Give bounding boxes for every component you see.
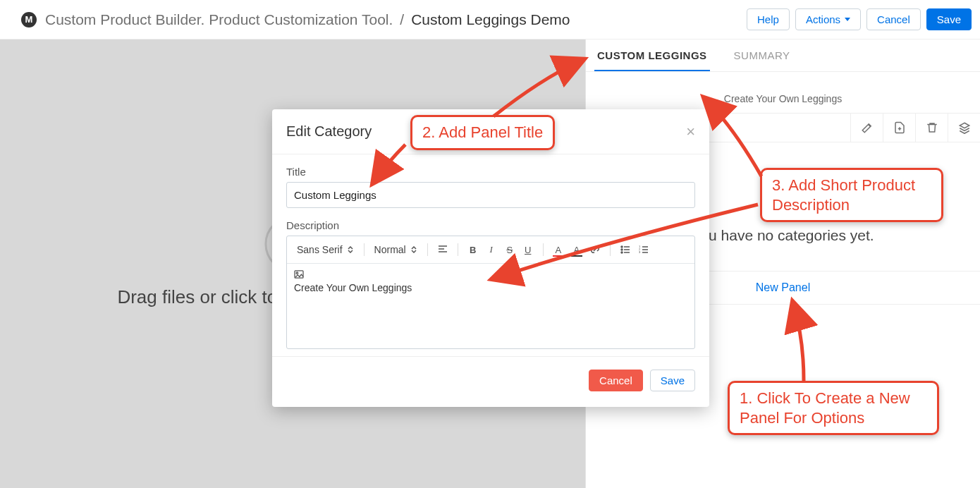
- svg-point-7: [296, 272, 298, 274]
- annotation-step3: 3. Add Short Product Description: [760, 168, 943, 222]
- svg-text:3: 3: [639, 250, 641, 254]
- modal-cancel-button[interactable]: Cancel: [589, 370, 643, 391]
- svg-point-0: [621, 246, 623, 248]
- title-input[interactable]: [286, 182, 695, 208]
- tab-summary[interactable]: SUMMARY: [731, 49, 793, 71]
- edit-category-modal: Edit Category × Title Description Sans S…: [272, 109, 709, 407]
- app-name[interactable]: Custom Product Builder. Product Customiz…: [45, 11, 393, 28]
- title-label: Title: [286, 166, 695, 178]
- bullet-list-icon[interactable]: [618, 242, 633, 257]
- category-subheading: Create Your Own Leggings: [586, 72, 980, 113]
- underline-icon[interactable]: U: [520, 242, 536, 257]
- add-file-icon[interactable]: [883, 114, 915, 142]
- ordered-list-icon[interactable]: 123: [636, 242, 651, 257]
- italic-icon[interactable]: I: [484, 242, 499, 257]
- rte-toolbar: Sans Serif Normal B I S U A: [287, 236, 694, 264]
- description-label: Description: [286, 219, 695, 231]
- cancel-button[interactable]: Cancel: [866, 8, 921, 30]
- chevron-down-icon: [845, 18, 850, 21]
- tab-custom-leggings[interactable]: CUSTOM LEGGINGS: [594, 49, 710, 71]
- svg-point-2: [621, 252, 623, 253]
- edit-icon[interactable]: [850, 114, 883, 142]
- modal-title: Edit Category: [286, 123, 372, 140]
- highlight-color-icon[interactable]: A: [569, 242, 584, 257]
- svg-point-1: [621, 249, 623, 250]
- help-button[interactable]: Help: [747, 8, 790, 30]
- save-button[interactable]: Save: [926, 8, 972, 30]
- image-icon[interactable]: [294, 269, 687, 281]
- breadcrumb-separator: /: [400, 11, 404, 28]
- sort-icon: [410, 246, 417, 253]
- trash-icon[interactable]: [915, 114, 948, 142]
- rte-text: Create Your Own Leggings: [294, 282, 687, 293]
- annotation-step1: 1. Click To Create a New Panel For Optio…: [728, 381, 939, 435]
- rte-size-select[interactable]: Normal: [372, 243, 420, 257]
- topbar-actions: Help Actions Cancel Save: [747, 8, 972, 30]
- breadcrumb: M Custom Product Builder. Product Custom…: [21, 11, 570, 28]
- layers-icon[interactable]: [948, 114, 980, 142]
- annotation-step2: 2. Add Panel Title: [410, 115, 555, 150]
- link-icon[interactable]: [587, 242, 603, 257]
- strikethrough-icon[interactable]: S: [502, 242, 517, 257]
- rte-font-select[interactable]: Sans Serif: [294, 243, 357, 257]
- actions-button[interactable]: Actions: [795, 8, 861, 30]
- topbar: M Custom Product Builder. Product Custom…: [0, 0, 980, 39]
- close-icon[interactable]: ×: [686, 124, 695, 140]
- description-editor: Sans Serif Normal B I S U A: [286, 236, 695, 349]
- rte-content[interactable]: Create Your Own Leggings: [287, 264, 694, 348]
- breadcrumb-current: Custom Leggings Demo: [411, 11, 570, 28]
- app-logo-icon: M: [21, 12, 37, 28]
- bold-icon[interactable]: B: [465, 242, 481, 257]
- side-tabs: CUSTOM LEGGINGS SUMMARY: [586, 39, 980, 72]
- modal-save-button[interactable]: Save: [650, 370, 695, 391]
- sort-icon: [347, 246, 354, 253]
- text-color-icon[interactable]: A: [551, 242, 566, 257]
- align-icon[interactable]: [435, 242, 451, 257]
